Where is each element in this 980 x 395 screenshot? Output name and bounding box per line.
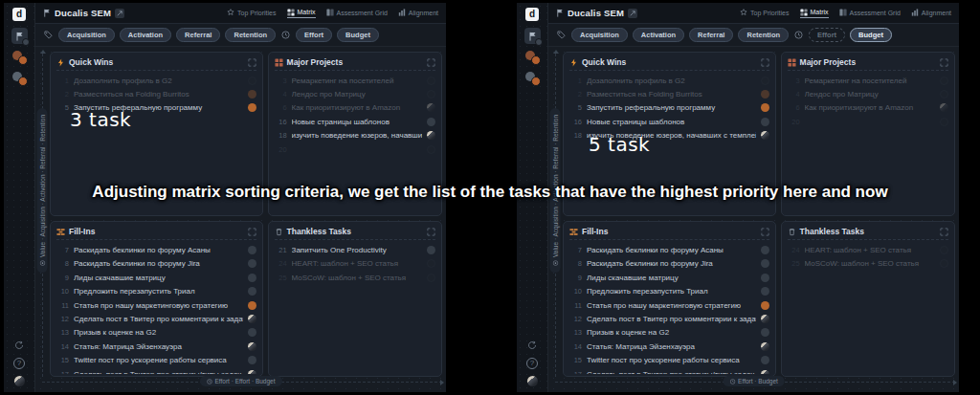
expand-icon[interactable] [940,228,948,236]
task-row[interactable]: 8Раскидать беклинки по форуму Jira [56,257,256,271]
task-row[interactable]: 20 [275,143,435,156]
board-badge-icon[interactable] [628,9,637,18]
board-flag-button[interactable] [524,28,541,44]
task-row[interactable]: 21Запитчить One Productivity [275,243,435,256]
user-avatar[interactable] [527,376,538,386]
sync-icon[interactable] [526,340,538,351]
help-icon[interactable]: ? [526,358,538,369]
task-row[interactable]: 12Сделать пост в Твитер про комментарии … [569,312,769,325]
task-row[interactable]: 20 [788,115,948,128]
quadrant-header: Thankless Tasks [275,225,435,240]
tab-retention[interactable]: Retention [738,28,789,43]
task-row[interactable]: 18изучить поведение юзеров, начавших с т… [275,129,435,143]
tab-acquisition[interactable]: Acquisition [58,28,115,43]
help-icon[interactable]: ? [13,358,25,369]
task-row[interactable]: 2Разместиться на Folding Burritos [56,87,256,100]
view-matrix[interactable]: Matrix [800,9,829,18]
workspace-avatars-2[interactable] [524,72,541,86]
task-row[interactable]: 13Призыв к оценке на G2 [569,326,769,340]
task-row[interactable]: 1Дозаполнить профиль в G2 [569,74,769,87]
task-row[interactable]: 4Лендос про Матрицу [788,87,948,100]
workspace-avatars-2[interactable] [11,72,28,86]
expand-icon[interactable] [248,58,256,67]
tab-referral[interactable]: Referral [689,28,733,43]
task-row[interactable]: 12Сделать пост в Твитер про комментарии … [56,312,256,325]
ducalis-logo[interactable]: d [525,8,539,21]
task-title: Призыв к оценке на G2 [74,328,243,337]
tab-retention[interactable]: Retention [225,28,276,43]
task-row[interactable]: 6Как приоритизируют в Amazon [788,101,948,115]
board-badge-icon[interactable] [115,9,124,18]
view-alignment[interactable]: Alignment [398,9,438,17]
task-row[interactable]: 8Раскидать беклинки по форуму Jira [569,257,769,271]
task-row[interactable]: 5Запустить реферальную программу [569,101,769,115]
tab-activation[interactable]: Activation [633,28,684,43]
task-title: Twitter пост про ускорение работы сервис… [74,356,243,364]
task-row[interactable]: 10Предложить перезапустить Триал [569,285,769,298]
task-row[interactable]: 6Как приоритизируют в Amazon [275,101,435,115]
task-row[interactable]: 17Сделать пост в Твитер про статусы/типы… [569,367,769,374]
task-row[interactable]: 25MoSCoW: шаблон + SEO статья [275,271,435,284]
sync-icon[interactable] [13,340,25,351]
task-row[interactable]: 7Раскидать беклинки по форуму Асаны [56,243,256,256]
quadrant-title: Fill-Ins [582,227,608,236]
effort-axis-label[interactable]: Effort · Budget [723,376,785,386]
task-title: Сделать пост в Твитер про комментарии к … [587,315,756,323]
task-row[interactable]: 9Лиды скачавшие матрицу [56,271,256,284]
expand-icon[interactable] [761,228,769,236]
window-grid-icon [275,58,283,67]
task-row[interactable]: 15Twitter пост про ускорение работы серв… [56,354,256,367]
board-flag-button[interactable] [11,28,28,44]
workspace-avatars[interactable] [524,51,541,65]
tab-referral[interactable]: Referral [176,28,220,43]
task-row[interactable]: 16Новые страницы шаблонов [275,115,435,128]
expand-icon[interactable] [940,58,948,67]
view-top-priorities[interactable]: Top Priorities [227,9,276,17]
expand-icon[interactable] [761,58,769,67]
view-assessment-grid[interactable]: Assessment Grid [326,9,388,17]
task-row[interactable]: 15Twitter пост про ускорение работы серв… [569,354,769,367]
workspace-avatars[interactable] [11,51,28,65]
task-row[interactable]: 25MoSCoW: шаблон + SEO статья [788,257,948,271]
task-row[interactable]: 24HEART: шаблон + SEO статья [275,257,435,271]
task-row[interactable]: 1Дозаполнить профиль в G2 [56,74,256,87]
expand-icon[interactable] [427,228,435,236]
task-row[interactable]: 16Новые страницы шаблонов [569,115,769,128]
task-row[interactable]: 2Разместиться на Folding Burritos [569,87,769,100]
task-row[interactable]: 10Предложить перезапустить Триал [56,285,256,298]
task-row[interactable]: 17Сделать пост в Твитер про статусы/типы… [56,367,256,374]
task-title: Запустить реферальную программу [587,103,756,112]
top-bar: Ducalis SEM Top PrioritiesMatrixAssessme… [548,3,959,24]
task-row[interactable]: 11Статья про нашу маркетинговую стратеги… [56,298,256,312]
tab-budget[interactable]: Budget [850,28,892,43]
task-row[interactable]: 14Статья: Матрица Эйзенхауэра [56,340,256,353]
ducalis-logo[interactable]: d [12,8,26,21]
task-number: 6 [275,103,287,112]
task-row[interactable]: 9Лиды скачавшие матрицу [569,271,769,284]
task-row[interactable]: 7Раскидать беклинки по форуму Асаны [569,243,769,256]
assignee-placeholder [427,77,435,85]
assignee-avatar [761,287,769,296]
task-row[interactable]: 3Ремаркетинг на посетителей [275,74,435,87]
task-row[interactable]: 13Призыв к оценке на G2 [56,326,256,340]
tab-budget[interactable]: Budget [337,28,379,43]
view-alignment[interactable]: Alignment [911,9,951,17]
view-assessment-grid[interactable]: Assessment Grid [839,9,901,17]
view-switcher: Top PrioritiesMatrixAssessment GridAlign… [740,9,951,18]
user-avatar[interactable] [14,376,25,386]
view-matrix[interactable]: Matrix [287,9,316,18]
tab-activation[interactable]: Activation [120,28,171,43]
tab-effort[interactable]: Effort [296,28,332,43]
view-top-priorities[interactable]: Top Priorities [740,9,789,17]
expand-icon[interactable] [248,228,256,236]
tab-effort[interactable]: Effort [809,28,845,43]
expand-icon[interactable] [427,58,435,67]
tab-acquisition[interactable]: Acquisition [571,28,628,43]
task-row[interactable]: 11Статья про нашу маркетинговую стратеги… [569,298,769,312]
effort-axis-label[interactable]: Effort · Effort · Budget [200,376,282,386]
task-row[interactable]: 14Статья: Матрица Эйзенхауэра [569,340,769,353]
assessment-grid-icon [326,9,334,16]
task-row[interactable]: 4Лендос про Матрицу [275,87,435,100]
task-row[interactable]: 3Ремаркетинг на посетителей [788,74,948,87]
task-row[interactable]: 24HEART: шаблон + SEO статья [788,243,948,256]
